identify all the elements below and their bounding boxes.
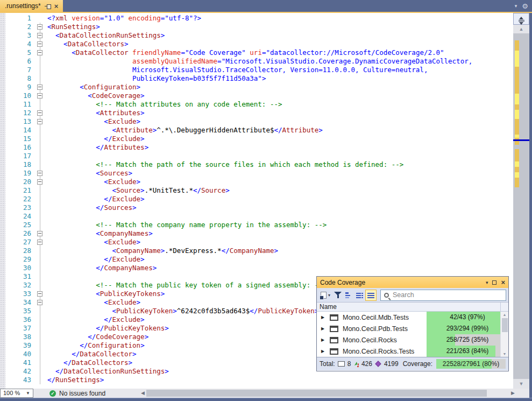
code-line: 17: [0, 152, 513, 160]
expander-icon[interactable]: ▶: [321, 315, 325, 320]
code-text: </DataCollectionRunSettings>: [47, 367, 169, 376]
code-line: 30 </CompanyNames>: [0, 264, 513, 272]
line-number: 6: [0, 57, 31, 66]
code-text: </Exclude>: [47, 255, 145, 264]
line-number: 38: [0, 333, 31, 341]
table-row[interactable]: ▶Mono.Cecil.Rocks258/725 (35%): [317, 334, 508, 346]
expander-icon[interactable]: ▶: [321, 337, 325, 342]
fold-line: [40, 66, 40, 74]
vertical-scrollbar[interactable]: ▲ ▼: [513, 13, 529, 389]
code-line: 6 assemblyQualifiedName="Microsoft.Visua…: [0, 57, 513, 66]
code-text: <PublicKeyTokens>: [47, 290, 165, 298]
close-panel-icon[interactable]: ×: [501, 279, 505, 286]
table-row[interactable]: ▶Mono.Cecil.Mdb.Tests42/43 (97%): [317, 312, 508, 323]
fold-margin: [31, 333, 47, 341]
horizontal-scroll-thumb[interactable]: [146, 390, 487, 397]
fold-collapse-icon[interactable]: [37, 240, 42, 245]
fold-collapse-icon[interactable]: [37, 24, 42, 30]
report-icon: [321, 292, 327, 299]
table-row[interactable]: ▶Mono.Cecil.Pdb.Tests293/294 (99%): [317, 323, 508, 334]
code-text: <DataCollector friendlyName="Code Covera…: [47, 48, 444, 57]
fold-line: [40, 203, 40, 212]
fold-line: [40, 272, 40, 281]
modified-line-mark: [515, 67, 519, 94]
panel-scroll-up-icon[interactable]: ▲: [501, 312, 508, 318]
fold-line: [40, 350, 40, 358]
line-number: 8: [0, 74, 31, 83]
code-line: 5 <DataCollector friendlyName="Code Cove…: [0, 48, 513, 57]
modified-line-mark: [515, 138, 519, 145]
line-number: 4: [0, 40, 31, 48]
zoom-select[interactable]: 100 % ▼: [0, 389, 33, 398]
filter-button[interactable]: [332, 290, 343, 301]
table-row[interactable]: ▶Mono.Cecil.Rocks.Tests221/263 (84%): [317, 346, 508, 357]
line-number: 25: [0, 221, 31, 229]
code-text: </DataCollectors>: [47, 358, 132, 367]
fold-margin: [31, 315, 47, 324]
coverage-cell: 293/294 (99%): [427, 323, 508, 334]
panel-scroll-thumb[interactable]: [502, 318, 508, 332]
pin-icon[interactable]: [45, 4, 51, 9]
line-number: 7: [0, 66, 31, 74]
issues-indicator[interactable]: ✓ No issues found: [49, 389, 105, 398]
expander-icon[interactable]: ▶: [321, 349, 325, 354]
line-number: 32: [0, 281, 31, 290]
code-line: 4 <DataCollectors>: [0, 40, 513, 48]
fold-margin: [31, 281, 47, 290]
fold-collapse-icon[interactable]: [37, 85, 42, 90]
fold-collapse-icon[interactable]: [37, 119, 42, 124]
fold-collapse-icon[interactable]: [37, 110, 42, 116]
panel-scroll-down-icon[interactable]: ▼: [501, 351, 508, 357]
fold-collapse-icon[interactable]: [37, 291, 42, 297]
view-flat-button[interactable]: [365, 290, 377, 301]
fold-line: [40, 264, 40, 272]
code-line: 19 <Sources>: [0, 169, 513, 178]
tab-label: .runsettings*: [5, 2, 41, 10]
import-results-button[interactable]: ▾: [319, 290, 332, 301]
tab-runsettings[interactable]: .runsettings* ×: [0, 0, 63, 12]
assembly-icon: [330, 337, 338, 343]
close-tab-icon[interactable]: ×: [54, 3, 59, 10]
fold-collapse-icon[interactable]: [37, 50, 42, 55]
window-menu-icon[interactable]: ▾: [486, 280, 488, 285]
code-line: 27 <Exclude>: [0, 238, 513, 247]
view-dashed-button[interactable]: [354, 290, 365, 301]
split-editor-handle[interactable]: [513, 13, 529, 25]
fold-collapse-icon[interactable]: [37, 179, 42, 185]
fold-collapse-icon[interactable]: [37, 93, 42, 99]
code-text: <Exclude>: [47, 178, 140, 186]
scrollbar-track[interactable]: [513, 33, 529, 379]
code-text: assemblyQualifiedName="Microsoft.VisualS…: [47, 57, 472, 66]
code-text: <Source>.*UnitTest.*</Source>: [47, 186, 230, 195]
panel-title-bar[interactable]: Code Coverage ▾ ×: [317, 277, 508, 288]
scroll-left-arrow-icon[interactable]: ◀: [141, 389, 145, 398]
fold-collapse-icon[interactable]: [37, 33, 42, 38]
search-placeholder: Search: [393, 291, 414, 299]
search-box[interactable]: Search: [380, 290, 506, 301]
code-text: </Exclude>: [47, 135, 145, 143]
gear-icon[interactable]: ⚙: [522, 2, 528, 10]
panel-scrollbar[interactable]: ▲ ▼: [500, 312, 508, 357]
code-text: </Configuration>: [47, 341, 145, 350]
fold-collapse-icon[interactable]: [37, 300, 42, 305]
tab-overflow-icon[interactable]: ▾: [515, 3, 517, 9]
code-line: 8 PublicKeyToken=b03f5f7f11d50a3a">: [0, 74, 513, 83]
scroll-up-arrow-icon[interactable]: ▲: [513, 25, 529, 33]
fold-collapse-icon[interactable]: [37, 231, 42, 236]
fold-margin: [31, 169, 47, 178]
line-number: 35: [0, 307, 31, 315]
fold-collapse-icon[interactable]: [37, 171, 42, 176]
view-grouped-button[interactable]: [344, 290, 354, 301]
float-window-icon[interactable]: [492, 280, 496, 285]
code-text: <PublicKeyToken>^6242c0fd3b5ad643$</Publ…: [47, 307, 318, 315]
scroll-right-arrow-icon[interactable]: ▶: [511, 389, 515, 398]
code-line: 29 </Exclude>: [0, 255, 513, 264]
code-line: 1<?xml version="1.0" encoding="utf-8"?>: [0, 14, 513, 23]
scroll-down-arrow-icon[interactable]: ▼: [513, 379, 529, 389]
modified-line-mark: [515, 161, 519, 167]
expander-icon[interactable]: ▶: [321, 326, 325, 331]
fold-collapse-icon[interactable]: [37, 41, 42, 47]
fold-line: [40, 135, 40, 143]
column-header-name[interactable]: Name: [317, 302, 500, 311]
code-text: </PublicKeyTokens>: [47, 324, 169, 333]
